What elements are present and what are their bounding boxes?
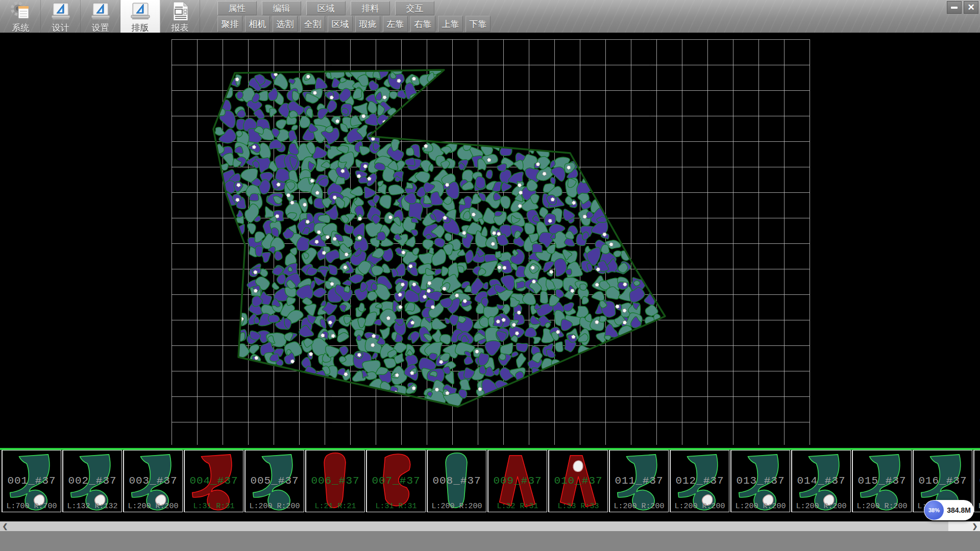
- memory-usage-badge: 38% 384.8M: [924, 500, 974, 520]
- tool-button[interactable]: 相机: [245, 16, 270, 32]
- close-icon: ✕: [967, 3, 974, 12]
- window-controls: ✕: [947, 1, 978, 14]
- status-bar: [0, 531, 980, 551]
- nesting-workspace[interactable]: [0, 33, 980, 448]
- ribbon-toolbar: 系统 设计 设置 排版: [0, 0, 980, 33]
- scrollbar-thumb[interactable]: [10, 521, 948, 531]
- nesting-icon: [130, 1, 151, 21]
- piece-preview: [853, 450, 911, 512]
- piece-preview: [246, 450, 303, 512]
- piece-thumbnail[interactable]: 017_#37 L:200 R:200: [973, 450, 980, 512]
- tool-button[interactable]: 聚排: [217, 16, 242, 32]
- ribbon-big-button-report[interactable]: 报表: [160, 0, 200, 33]
- tool-button[interactable]: 区域: [328, 16, 353, 32]
- menu-tab-bar: 属性 编辑 区域 排料 交互: [217, 1, 434, 15]
- piece-preview: [64, 450, 121, 512]
- menu-tab[interactable]: 编辑: [262, 1, 301, 15]
- memory-size-label: 384.8M: [944, 506, 974, 514]
- ribbon-big-button-system[interactable]: 系统: [1, 0, 41, 33]
- piece-preview: [671, 450, 728, 512]
- piece-thumbnail[interactable]: 012_#37 L:200 R:200: [670, 450, 729, 512]
- tool-button[interactable]: 瑕疵: [355, 16, 380, 32]
- menu-tab[interactable]: 交互: [395, 1, 434, 15]
- settings-icon: [90, 1, 111, 21]
- piece-preview: [125, 450, 182, 512]
- design-icon: [50, 1, 71, 21]
- usage-percent-label: 38%: [928, 507, 940, 513]
- scroll-right-arrow[interactable]: ❯: [970, 521, 980, 531]
- ribbon-big-button-label: 排版: [132, 22, 149, 34]
- piece-thumbnail[interactable]: 002_#37 L:132 R:132: [62, 450, 122, 512]
- piece-thumbnail[interactable]: 015_#37 L:200 R:200: [852, 450, 912, 512]
- report-icon: [169, 1, 191, 21]
- ribbon-big-button-nesting[interactable]: 排版: [120, 0, 160, 33]
- piece-thumbnail[interactable]: 013_#37 L:200 R:200: [730, 450, 790, 512]
- tool-button[interactable]: 上靠: [438, 16, 463, 32]
- piece-thumbnail[interactable]: 006_#37 L:21 R:21: [305, 450, 365, 512]
- menu-tab[interactable]: 排料: [351, 1, 390, 15]
- tool-button-bar: 聚排 相机 选割 全割 区域 瑕疵 左靠 右靠 上靠 下靠: [217, 16, 491, 32]
- piece-preview: [732, 450, 789, 512]
- piece-preview: [368, 450, 425, 512]
- app-window: 系统 设计 设置 排版: [0, 0, 980, 551]
- usage-percent-indicator: 38%: [924, 500, 944, 520]
- ribbon-big-button-label: 系统: [12, 22, 30, 34]
- piece-preview: [489, 450, 546, 512]
- piece-preview: [550, 450, 607, 512]
- thumbnail-list: 001_#37 L:700 R:700 002_#37 L:132 R:132 …: [2, 450, 980, 512]
- close-button[interactable]: ✕: [964, 1, 978, 14]
- piece-thumbnail[interactable]: 003_#37 L:200 R:200: [123, 450, 183, 512]
- piece-thumbnail[interactable]: 005_#37 L:200 R:200: [244, 450, 304, 512]
- piece-thumbnail-strip: 001_#37 L:700 R:700 002_#37 L:132 R:132 …: [0, 448, 980, 521]
- minimize-icon: [951, 7, 958, 9]
- nesting-canvas[interactable]: [0, 33, 980, 448]
- piece-thumbnail[interactable]: 009_#37 L:32 R:31: [487, 450, 547, 512]
- piece-preview: [428, 450, 485, 512]
- big-button-bar: 系统 设计 设置 排版: [1, 0, 200, 33]
- ribbon-big-button-label: 设置: [92, 22, 109, 34]
- piece-thumbnail[interactable]: 010_#37 L:33 R:33: [548, 450, 608, 512]
- tool-button[interactable]: 左靠: [383, 16, 408, 32]
- ribbon-big-button-label: 设计: [52, 22, 69, 34]
- piece-preview: [185, 450, 242, 512]
- minimize-button[interactable]: [947, 1, 962, 14]
- tool-button[interactable]: 全割: [300, 16, 325, 32]
- menu-tab[interactable]: 属性: [217, 1, 257, 15]
- piece-preview: [307, 450, 364, 512]
- piece-thumbnail[interactable]: 001_#37 L:700 R:700: [2, 450, 61, 512]
- tool-button[interactable]: 选割: [273, 16, 298, 32]
- menu-tab[interactable]: 区域: [306, 1, 346, 15]
- piece-thumbnail[interactable]: 014_#37 L:200 R:200: [791, 450, 851, 512]
- piece-thumbnail[interactable]: 007_#37 L:31 R:31: [366, 450, 426, 512]
- system-icon: [10, 1, 32, 21]
- horizontal-scrollbar: ❮ ❯: [0, 521, 980, 531]
- tool-button[interactable]: 右靠: [410, 16, 435, 32]
- tool-button[interactable]: 下靠: [465, 16, 491, 32]
- piece-thumbnail[interactable]: 004_#37 L:31 R:31: [184, 450, 243, 512]
- piece-thumbnail[interactable]: 008_#37 L:200 R:200: [427, 450, 486, 512]
- piece-preview: [975, 450, 980, 512]
- ribbon-big-button-design[interactable]: 设计: [41, 0, 81, 33]
- piece-thumbnail[interactable]: 011_#37 L:200 R:200: [609, 450, 669, 512]
- ribbon-big-button-settings[interactable]: 设置: [81, 0, 120, 33]
- piece-preview: [3, 450, 60, 512]
- ribbon-big-button-label: 报表: [172, 22, 189, 34]
- scroll-left-arrow[interactable]: ❮: [0, 521, 10, 531]
- piece-preview: [610, 450, 668, 512]
- piece-preview: [793, 450, 850, 512]
